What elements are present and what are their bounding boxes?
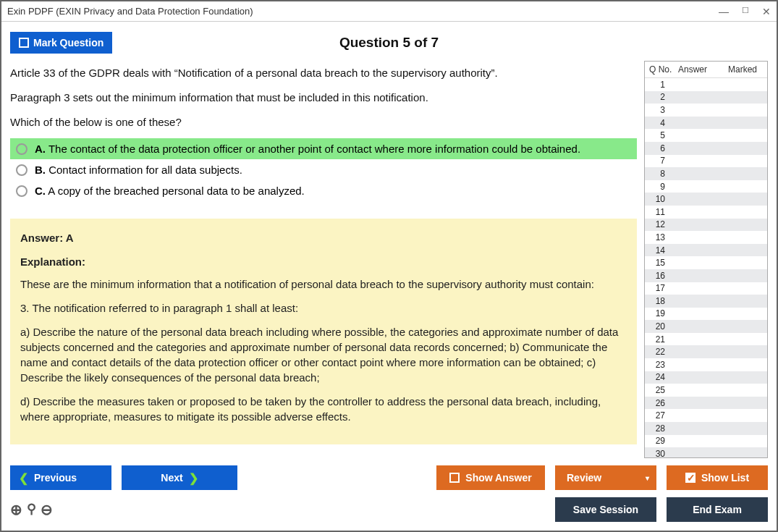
col-marked: Marked xyxy=(722,64,763,75)
question-number: 13 xyxy=(649,232,671,242)
question-list-row[interactable]: 15 xyxy=(645,256,767,269)
question-list-row[interactable]: 27 xyxy=(645,409,767,422)
question-number: 28 xyxy=(649,423,671,434)
explanation-para: These are the minimum information that a… xyxy=(20,276,627,292)
zoom-reset-icon[interactable]: ⚲ xyxy=(27,501,36,518)
question-para: Which of the below is one of these? xyxy=(10,114,637,130)
save-session-button[interactable]: Save Session xyxy=(555,497,656,522)
window-title: Exin PDPF (EXIN Privacy and Data Protect… xyxy=(7,6,253,17)
zoom-controls: ⊕ ⚲ ⊖ xyxy=(10,501,53,518)
close-icon[interactable]: ✕ xyxy=(762,6,771,17)
explanation-para: 3. The notification referred to in parag… xyxy=(20,300,627,316)
chevron-left-icon: ❮ xyxy=(19,471,28,485)
question-para: Paragraph 3 sets out the minimum informa… xyxy=(10,90,637,106)
question-list-row[interactable]: 13 xyxy=(645,231,767,244)
question-number: 29 xyxy=(649,436,671,446)
bottom-toolbar: ❮ Previous Next ❯ Show Answer Review ▾ S… xyxy=(10,465,768,522)
question-list-row[interactable]: 18 xyxy=(645,295,767,308)
question-list[interactable]: 1234567891011121314151617181920212223242… xyxy=(645,77,767,457)
question-number: 19 xyxy=(649,308,671,318)
question-list-row[interactable]: 12 xyxy=(645,219,767,232)
question-number: 26 xyxy=(649,398,671,408)
options-list: A. The contact of the data protection of… xyxy=(10,138,637,201)
review-button[interactable]: Review ▾ xyxy=(555,465,656,490)
question-number: 27 xyxy=(649,410,671,421)
checkbox-icon xyxy=(19,38,29,48)
question-list-row[interactable]: 30 xyxy=(645,447,767,457)
option-c[interactable]: C. A copy of the breached personal data … xyxy=(10,180,637,201)
end-exam-button[interactable]: End Exam xyxy=(667,497,768,522)
question-list-row[interactable]: 20 xyxy=(645,320,767,333)
question-number: 11 xyxy=(649,207,671,217)
question-number: 24 xyxy=(649,372,671,382)
question-number: 7 xyxy=(649,156,671,166)
question-number: 9 xyxy=(649,182,671,192)
question-number: 16 xyxy=(649,271,671,281)
minimize-icon[interactable]: — xyxy=(719,6,729,17)
option-letter: B. xyxy=(35,164,46,176)
question-list-row[interactable]: 4 xyxy=(645,117,767,130)
mark-question-label: Mark Question xyxy=(33,37,103,48)
answer-explanation-box: Answer: A Explanation: These are the min… xyxy=(10,219,637,444)
question-list-row[interactable]: 14 xyxy=(645,244,767,257)
question-list-row[interactable]: 3 xyxy=(645,104,767,117)
zoom-out-icon[interactable]: ⊖ xyxy=(41,501,53,518)
question-number: 10 xyxy=(649,194,671,204)
question-number: 3 xyxy=(649,105,671,115)
question-number: 15 xyxy=(649,258,671,268)
show-list-button[interactable]: Show List xyxy=(667,465,768,490)
explanation-para: a) Describe the nature of the personal d… xyxy=(20,324,627,385)
question-list-row[interactable]: 17 xyxy=(645,282,767,295)
show-answer-button[interactable]: Show Answer xyxy=(436,465,545,490)
zoom-in-icon[interactable]: ⊕ xyxy=(10,501,22,518)
question-number: 22 xyxy=(649,347,671,357)
question-list-row[interactable]: 28 xyxy=(645,422,767,435)
col-answer: Answer xyxy=(678,64,722,75)
previous-button[interactable]: ❮ Previous xyxy=(10,465,111,490)
question-para: Article 33 of the GDPR deals with “Notif… xyxy=(10,65,637,81)
checkbox-icon xyxy=(449,473,460,483)
option-a[interactable]: A. The contact of the data protection of… xyxy=(10,138,637,159)
question-list-row[interactable]: 19 xyxy=(645,308,767,321)
question-list-row[interactable]: 22 xyxy=(645,345,767,358)
option-text: A copy of the breached personal data to … xyxy=(46,185,305,197)
question-list-row[interactable]: 10 xyxy=(645,193,767,206)
question-list-row[interactable]: 26 xyxy=(645,397,767,410)
save-session-label: Save Session xyxy=(573,504,638,515)
question-list-row[interactable]: 16 xyxy=(645,269,767,282)
question-list-row[interactable]: 2 xyxy=(645,91,767,104)
option-text: Contact information for all data subject… xyxy=(46,164,242,176)
question-number: 12 xyxy=(649,219,671,229)
question-number: 4 xyxy=(649,118,671,128)
explanation-heading: Explanation: xyxy=(20,254,627,269)
question-counter: Question 5 of 7 xyxy=(339,35,439,51)
question-number: 2 xyxy=(649,92,671,102)
question-number: 8 xyxy=(649,169,671,179)
next-button[interactable]: Next ❯ xyxy=(122,465,237,490)
option-b[interactable]: B. Contact information for all data subj… xyxy=(10,159,637,180)
question-list-row[interactable]: 6 xyxy=(645,142,767,155)
question-list-row[interactable]: 9 xyxy=(645,180,767,193)
question-list-row[interactable]: 23 xyxy=(645,358,767,371)
chevron-right-icon: ❯ xyxy=(189,471,198,485)
question-text: Article 33 of the GDPR deals with “Notif… xyxy=(10,65,637,130)
question-list-row[interactable]: 5 xyxy=(645,129,767,142)
maximize-icon[interactable]: ☐ xyxy=(742,6,749,17)
radio-icon xyxy=(16,143,28,155)
question-number: 18 xyxy=(649,296,671,306)
dropdown-icon: ▾ xyxy=(646,474,649,482)
explanation-para: d) Describe the measures taken or propos… xyxy=(20,394,627,424)
question-list-row[interactable]: 11 xyxy=(645,206,767,219)
question-number: 1 xyxy=(649,80,671,90)
mark-question-button[interactable]: Mark Question xyxy=(10,32,112,54)
titlebar: Exin PDPF (EXIN Privacy and Data Protect… xyxy=(1,1,777,22)
question-list-row[interactable]: 1 xyxy=(645,78,767,91)
question-list-row[interactable]: 24 xyxy=(645,371,767,384)
question-list-row[interactable]: 25 xyxy=(645,384,767,397)
question-number: 23 xyxy=(649,360,671,370)
question-number: 14 xyxy=(649,245,671,256)
question-list-row[interactable]: 29 xyxy=(645,435,767,448)
question-list-row[interactable]: 8 xyxy=(645,167,767,180)
question-list-row[interactable]: 21 xyxy=(645,333,767,346)
question-list-row[interactable]: 7 xyxy=(645,155,767,168)
